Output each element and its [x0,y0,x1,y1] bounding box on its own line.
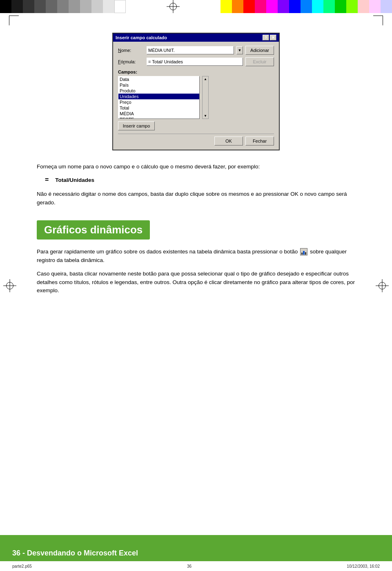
formula-row: Fórmula: Excluir [118,57,274,66]
field-preco[interactable]: Preço [118,99,199,105]
campos-label: Campos: [118,69,274,74]
fields-row: Data País Produto Unidades Preço Total M… [118,76,274,119]
chart-icon-inner [301,249,307,255]
page-content: Inserir campo calculado ? ✕ Nome: ▼ Adic… [24,25,368,530]
formula-label: Fórmula: [118,59,147,64]
paragraph4: Caso queira, basta clicar novamente nest… [37,270,355,296]
chart-bar-2 [303,251,304,255]
nome-dropdown-btn[interactable]: ▼ [236,46,243,54]
dialog-title: Inserir campo calculado [116,35,167,40]
footer-meta-right: 10/12/2003, 16:02 [347,564,380,569]
footer-page-info: 36 - Desvendando o Microsoft Excel [12,549,380,558]
nome-label: Nome: [118,48,147,53]
field-produto[interactable]: Produto [118,88,199,94]
nome-input-group: ▼ Adicionar [147,46,274,55]
footer-title: 36 - Desvendando o Microsoft Excel [12,549,138,558]
campos-section: Campos: Data País Produto Unidades Preço… [118,69,274,132]
crop-mark-tl [9,16,19,25]
formula-val: Total/Unidades [55,177,94,183]
formula-input[interactable] [147,58,243,66]
dialog-body: Nome: ▼ Adicionar Fórmula: Excluir [113,42,279,150]
formula-eq: = [45,176,49,184]
fields-scrollbar[interactable]: ▲ ▼ [202,76,209,119]
chart-bar-3 [305,252,306,255]
chart-bar-1 [301,253,303,255]
formula-label-underline: F [118,59,121,64]
field-total[interactable]: Total [118,105,199,111]
field-unidades[interactable]: Unidades [118,94,199,99]
right-crosshair [376,279,389,292]
color-strip [220,0,392,13]
adicionar-button[interactable]: Adicionar [245,46,274,55]
scroll-down[interactable]: ▼ [204,114,207,118]
formula-display: = Total/Unidades [45,176,368,184]
paragraph3: Para gerar rapidamente um gráfico sobre … [37,248,355,265]
inserir-campo-button[interactable]: Inserir campo [118,121,155,130]
dialog-titlebar: Inserir campo calculado ? ✕ [113,34,279,42]
fields-list[interactable]: Data País Produto Unidades Preço Total M… [118,76,200,119]
scroll-up[interactable]: ▲ [204,77,207,81]
excluir-button[interactable]: Excluir [245,57,274,66]
nome-input[interactable] [147,46,234,54]
crop-mark-tr [373,16,383,25]
nome-row: Nome: ▼ Adicionar [118,46,274,55]
paragraph1: Forneça um nome para o novo campo e o cá… [37,163,355,171]
dialog-inserir-campo: Inserir campo calculado ? ✕ Nome: ▼ Adic… [112,33,280,150]
dialog-bottom-row: OK Fechar [118,134,274,146]
chart-icon [300,248,307,255]
close-button[interactable]: ✕ [270,35,276,40]
top-color-strip [0,0,392,13]
body-text-3: Para gerar rapidamente um gráfico sobre … [37,248,355,296]
field-data[interactable]: Data [118,76,199,82]
inserir-campo-row: Inserir campo [118,121,274,132]
grayscale-bar [0,0,126,13]
footer-meta-left: parte2.p65 [12,564,32,569]
body-text-2: Não é necessário digitar o nome dos camp… [37,190,355,207]
help-button[interactable]: ? [263,35,269,40]
fechar-button[interactable]: Fechar [245,137,274,146]
footer-meta-center: 36 [187,564,192,569]
body-text: Forneça um nome para o novo campo e o cá… [37,163,355,171]
paragraph2: Não é necessário digitar o nome dos camp… [37,190,355,207]
titlebar-buttons: ? ✕ [263,35,276,40]
formula-input-group: Excluir [147,57,274,66]
footer-meta: parte2.p65 36 10/12/2003, 16:02 [0,561,392,571]
field-media[interactable]: MÉDIA [118,111,199,116]
nome-label-underline: N [118,48,121,53]
field-teste[interactable]: TESTE [118,116,199,119]
ok-button[interactable]: OK [214,137,243,146]
left-crosshair [3,279,16,292]
field-pais[interactable]: País [118,82,199,88]
top-crosshair [167,0,180,13]
paragraph3-part1: Para gerar rapidamente um gráfico sobre … [37,249,298,255]
section-heading: Gráficos dinâmicos [37,220,150,240]
